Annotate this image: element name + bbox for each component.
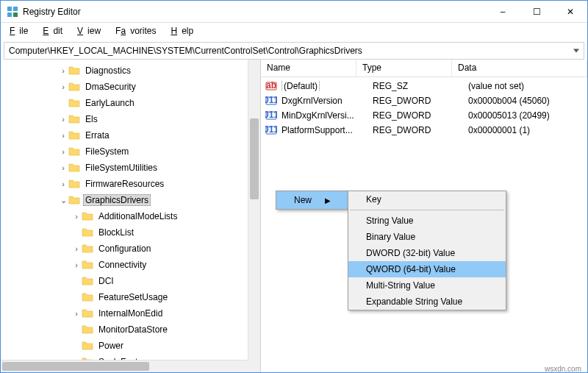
context-item-string[interactable]: String Value [348,213,506,229]
minimize-button[interactable]: – [486,1,520,23]
list-header: Name Type Data [261,60,587,77]
tree-node-internalmonedid[interactable]: ›InternalMonEdid [1,305,260,322]
titlebar[interactable]: Registry Editor – ☐ ✕ [1,1,587,23]
tree-node-label: Power [96,340,126,352]
value-data: (value not set) [464,81,587,91]
tree-node-power[interactable]: Power [1,338,260,354]
value-row[interactable]: 011PlatformSupport...REG_DWORD0x00000001… [261,123,587,138]
tree-node-els[interactable]: ›Els [1,111,260,127]
context-item-key[interactable]: Key [348,191,506,207]
context-item-dword[interactable]: DWORD (32-bit) Value [348,245,506,261]
context-item-expandable-string[interactable]: Expandable String Value [348,294,506,310]
chevron-right-icon[interactable]: › [58,180,68,188]
chevron-right-icon[interactable]: › [58,163,68,172]
tree-node-blocklist[interactable]: BlockList [1,224,260,241]
chevron-right-icon[interactable]: › [58,147,68,156]
chevron-right-icon[interactable]: › [58,82,68,91]
address-bar[interactable]: Computer\HKEY_LOCAL_MACHINE\SYSTEM\Curre… [4,42,584,60]
tree-node-label: Diagnostics [83,65,133,77]
folder-icon [82,275,93,287]
reg-string-icon: ab [265,80,277,92]
menu-view[interactable]: View [73,24,110,38]
tree-node-diagnostics[interactable]: ›Diagnostics [1,63,260,79]
tree-node-earlylaunch[interactable]: EarlyLaunch [1,95,260,111]
reg-dword-icon: 011 [265,110,277,121]
value-data: 0x0000b004 (45060) [464,96,587,106]
tree-node-label: Configuration [96,243,153,255]
value-row[interactable]: 011DxgKrnlVersionREG_DWORD0x0000b004 (45… [261,93,587,108]
menu-edit[interactable]: Edit [38,24,71,38]
chevron-right-icon[interactable]: › [71,260,82,269]
chevron-down-icon[interactable]: ⌄ [58,196,68,205]
tree-node-label: AdditionalModeLists [96,210,179,222]
svg-rect-2 [7,13,12,17]
folder-icon [68,194,80,206]
value-type: REG_DWORD [368,110,464,121]
menu-help[interactable]: Help [166,24,202,38]
tree-node-label: GraphicsDrivers [83,194,151,206]
tree-scrollbar-v[interactable] [248,60,260,360]
svg-text:ab: ab [266,80,276,90]
value-name: MinDxgKrnlVersi... [277,110,368,121]
tree-node-connectivity[interactable]: ›Connectivity [1,257,260,273]
context-menu-new: New ▶ [276,191,349,210]
col-data-header[interactable]: Data [452,60,587,77]
watermark: wsxdn.com [545,365,581,373]
folder-icon [82,308,93,319]
tree-node-label: Els [83,113,100,125]
chevron-right-icon[interactable]: › [71,244,82,253]
folder-icon [68,97,80,109]
folder-icon [68,162,80,174]
value-type: REG_DWORD [368,125,464,135]
col-type-header[interactable]: Type [356,60,452,77]
tree-node-firmwareresources[interactable]: ›FirmwareResources [1,176,260,192]
folder-icon [68,178,80,190]
value-name: DxgKrnlVersion [277,96,368,106]
context-item-binary[interactable]: Binary Value [348,229,506,245]
menu-file[interactable]: File [5,24,37,38]
folder-icon [68,129,80,141]
folder-icon [68,146,80,157]
tree-node-dci[interactable]: DCI [1,273,260,289]
tree-node-label: EarlyLaunch [83,97,137,109]
close-button[interactable]: ✕ [553,1,587,23]
context-item-qword[interactable]: QWORD (64-bit) Value [348,261,506,277]
value-data: 0x00000001 (1) [464,125,587,135]
tree-scrollbar-h[interactable] [1,360,248,372]
folder-icon [82,243,93,255]
tree-node-featuresetusage[interactable]: FeatureSetUsage [1,289,260,305]
chevron-right-icon[interactable]: › [71,212,82,221]
folder-icon [82,291,93,303]
tree-scrollbar-h-thumb[interactable] [2,362,149,371]
scroll-corner [248,360,260,372]
chevron-right-icon[interactable]: › [71,309,82,318]
tree-pane[interactable]: ›Diagnostics›DmaSecurityEarlyLaunch›Els›… [1,60,261,372]
value-row[interactable]: ab(Default)REG_SZ(value not set) [261,79,587,93]
col-name-header[interactable]: Name [261,60,356,77]
chevron-right-icon[interactable]: › [58,131,68,140]
tree-node-label: BlockList [96,227,136,238]
svg-text:011: 011 [265,110,277,120]
tree-node-filesystemutilities[interactable]: ›FileSystemUtilities [1,160,260,176]
tree-node-graphicsdrivers[interactable]: ⌄GraphicsDrivers [1,192,260,208]
value-row[interactable]: 011MinDxgKrnlVersi...REG_DWORD0x00005013… [261,108,587,123]
maximize-button[interactable]: ☐ [520,1,553,23]
tree-scrollbar-thumb[interactable] [250,118,259,199]
tree-node-configuration[interactable]: ›Configuration [1,241,260,257]
tree-node-dmasecurity[interactable]: ›DmaSecurity [1,79,260,95]
chevron-right-icon[interactable]: › [58,66,68,75]
tree-node-additionalmodelists[interactable]: ›AdditionalModeLists [1,208,260,224]
context-item-new[interactable]: New ▶ [276,191,348,209]
value-list-pane[interactable]: Name Type Data ab(Default)REG_SZ(value n… [261,60,587,372]
folder-icon [82,340,93,352]
chevron-right-icon[interactable]: › [58,115,68,124]
tree-node-monitordatastore[interactable]: MonitorDataStore [1,322,260,338]
svg-rect-1 [13,7,18,11]
tree-node-errata[interactable]: ›Errata [1,127,260,143]
reg-dword-icon: 011 [265,95,277,107]
context-item-multi-string[interactable]: Multi-String Value [348,277,506,294]
menu-favorites[interactable]: Favorites [111,24,165,38]
value-type: REG_DWORD [368,96,464,106]
svg-text:011: 011 [265,124,277,135]
tree-node-filesystem[interactable]: ›FileSystem [1,143,260,160]
